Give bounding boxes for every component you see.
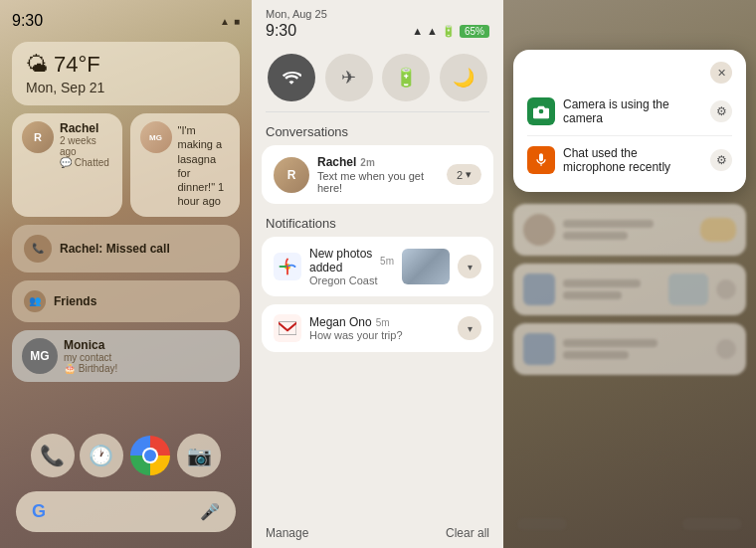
megan-expand-button[interactable]: ▾: [458, 316, 481, 340]
weather-widget[interactable]: 🌤 74°F Mon, Sep 21: [12, 42, 240, 105]
monica-birthday: 🎂 Birthday!: [64, 363, 117, 374]
monica-card[interactable]: MG Monica my contact 🎂 Birthday!: [12, 330, 240, 382]
rachel-icon-label: 💬 Chatted: [60, 157, 112, 168]
rachel-notification-card[interactable]: R Rachel 2m Text me when you get here! 2…: [262, 145, 493, 204]
mic-alert-item: Chat used the microphone recently ⚙: [527, 140, 732, 180]
rachel-notif-avatar: R: [274, 157, 309, 193]
rachel-avatar: R: [22, 121, 54, 153]
status-bar: 9:30 ▲ ■: [12, 8, 240, 38]
battery-status-icon: 🔋: [442, 25, 456, 38]
missed-call-card[interactable]: 📞 Rachel: Missed call: [12, 225, 240, 273]
clock-dock-icon[interactable]: 🕐: [80, 434, 123, 477]
chrome-dock-icon[interactable]: [128, 434, 172, 477]
quick-settings: ✈ 🔋 🌙: [252, 44, 503, 111]
photos-app-icon: [274, 253, 301, 280]
wifi-status-icon: ▲: [412, 25, 423, 37]
weather-icon: 🌤: [26, 52, 48, 78]
shade-header: Mon, Aug 25 9:30 ▲ ▲ 🔋 65%: [252, 0, 503, 44]
status-icons: ▲ ■: [220, 16, 240, 27]
shade-time: 9:30: [266, 22, 296, 40]
monica-geller-msg: "I'm making a lasagna for dinner!" 1 hou…: [178, 123, 231, 209]
blurred-item-1: [513, 204, 746, 256]
night-mode-toggle[interactable]: 🌙: [440, 54, 487, 101]
reply-badge[interactable]: 2 ▾: [447, 164, 481, 185]
dock: 📞 🕐 📷: [12, 426, 240, 485]
battery-pct: 65%: [460, 25, 489, 38]
camera-alert-item: Camera is using the camera ⚙: [527, 91, 732, 131]
google-logo: G: [32, 501, 46, 522]
battery-icon: ■: [234, 16, 240, 27]
mg-avatar: MG: [22, 338, 58, 374]
missed-call-text: Rachel: Missed call: [60, 242, 228, 256]
missed-call-icon: 📞: [24, 235, 52, 263]
friends-label: Friends: [54, 294, 96, 308]
camera-settings-button[interactable]: ⚙: [710, 100, 732, 122]
blurred-background-list: [513, 204, 746, 375]
mic-settings-button[interactable]: ⚙: [710, 149, 732, 171]
shade-date: Mon, Aug 25: [266, 8, 489, 20]
friends-icon: 👥: [24, 290, 46, 312]
blurred-item-2: [513, 264, 746, 315]
clear-all-button[interactable]: Clear all: [446, 526, 489, 540]
monica-geller-avatar: MG: [140, 121, 172, 153]
shade-status-icons: ▲ ▲ 🔋 65%: [412, 25, 489, 38]
popup-header: ✕: [527, 62, 732, 84]
megan-notif-msg: How was your trip?: [309, 329, 450, 341]
blurred-item-3: [513, 323, 746, 375]
megan-notification[interactable]: Megan Ono 5m How was your trip? ▾: [262, 304, 493, 352]
weather-date: Mon, Sep 21: [26, 80, 226, 95]
camera-icon: [527, 97, 555, 125]
rachel-sub: 2 weeks ago: [60, 135, 112, 157]
close-button[interactable]: ✕: [710, 62, 732, 84]
conversations-label: Conversations: [252, 120, 503, 145]
photos-notif-title: New photos added 5m: [309, 247, 394, 274]
camera-dock-icon[interactable]: 📷: [177, 434, 221, 477]
rachel-name: Rachel: [60, 121, 112, 135]
rachel-notif-msg: Text me when you get here!: [317, 170, 439, 194]
shade-divider: [266, 111, 489, 112]
photos-notification[interactable]: New photos added 5m Oregon Coast ▾: [262, 237, 493, 296]
monica-name: Monica: [64, 338, 117, 352]
friends-card[interactable]: 👥 Friends: [12, 280, 240, 322]
home-screen: 9:30 ▲ ■ 🌤 74°F Mon, Sep 21 R Rachel 2 w…: [0, 0, 252, 548]
mic-alert-icon: [527, 146, 555, 174]
monica-geller-card[interactable]: MG "I'm making a lasagna for dinner!" 1 …: [130, 113, 241, 217]
monica-sub: my contact: [64, 352, 117, 363]
blurred-footer: [513, 510, 746, 538]
popup-divider: [527, 135, 732, 136]
airplane-toggle[interactable]: ✈: [325, 54, 373, 101]
rachel-notif-title: Rachel 2m: [317, 155, 439, 169]
manage-button[interactable]: Manage: [266, 526, 308, 540]
mic-icon[interactable]: 🎤: [200, 502, 220, 521]
signal-status-icon: ▲: [427, 25, 438, 37]
shade-footer: Manage Clear all: [252, 518, 503, 548]
signal-icon: ▲: [220, 16, 230, 27]
weather-temp: 74°F: [54, 52, 100, 78]
google-search-bar[interactable]: G 🎤: [16, 491, 236, 532]
photos-thumbnail: [402, 249, 450, 284]
gmail-app-icon: [274, 314, 301, 342]
phone-dock-icon[interactable]: 📞: [31, 434, 75, 477]
mic-alert-text: Chat used the microphone recently: [563, 146, 702, 174]
rachel-convo-card[interactable]: R Rachel 2 weeks ago 💬 Chatted: [12, 113, 122, 217]
camera-alert-text: Camera is using the camera: [563, 97, 702, 125]
notification-shade: Mon, Aug 25 9:30 ▲ ▲ 🔋 65% ✈ 🔋 🌙 Convers…: [252, 0, 503, 548]
photos-notif-sub: Oregon Coast: [309, 274, 394, 286]
home-time: 9:30: [12, 12, 43, 30]
wifi-toggle[interactable]: [268, 54, 315, 101]
permission-alert-card: ✕ Camera is using the camera ⚙: [513, 50, 746, 192]
battery-saver-toggle[interactable]: 🔋: [382, 54, 430, 101]
notifications-label: Notifications: [252, 212, 503, 237]
permission-popup-panel: ✕ Camera is using the camera ⚙: [503, 0, 756, 548]
photos-expand-button[interactable]: ▾: [458, 255, 481, 278]
megan-notif-title: Megan Ono 5m: [309, 315, 450, 329]
